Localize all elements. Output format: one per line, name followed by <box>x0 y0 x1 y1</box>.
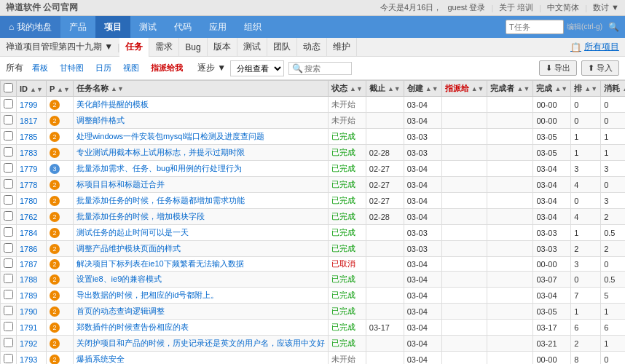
user-login[interactable]: guest 登录 <box>447 2 485 13</box>
row-name[interactable]: 测试任务的起止时间可以是一天 <box>73 225 328 241</box>
subnav-req[interactable]: 需求 <box>149 38 179 57</box>
row-checkbox[interactable] <box>1 209 17 225</box>
row-id[interactable]: 1762 <box>17 209 47 225</box>
row-name[interactable]: 批量添加任务的时候，增加模块字段 <box>73 209 328 225</box>
th-finish[interactable]: 完成 ▲▼ <box>533 81 571 97</box>
brand[interactable]: 禅道软件 公司官网 <box>6 1 78 14</box>
nav-search-input[interactable] <box>506 20 564 34</box>
row-name[interactable]: 美化邮件提醒的模板 <box>73 97 328 113</box>
row-checkbox[interactable] <box>1 352 17 365</box>
tab-calendar[interactable]: 日历 <box>91 61 116 75</box>
th-name[interactable]: 任务名称 ▲▼ <box>73 81 328 97</box>
nav-home[interactable]: ⌂ 我的地盘 <box>0 16 60 38</box>
row-checkbox[interactable] <box>1 257 17 272</box>
row-name[interactable]: 调整产品维护模块页面的样式 <box>73 241 328 257</box>
group-by-select[interactable]: 分组查看 <box>230 60 284 76</box>
row-id[interactable]: 1784 <box>17 225 47 241</box>
tab-gantt[interactable]: 甘特图 <box>55 61 88 75</box>
row-name[interactable]: 首页的动态查询逻辑调整 <box>73 304 328 320</box>
row-name[interactable]: 标项目目标和标题迁合并 <box>73 177 328 193</box>
more-dropdown[interactable]: 数讨 ▼ <box>593 2 619 13</box>
row-id[interactable]: 1785 <box>17 129 47 145</box>
row-name[interactable]: 设置ie8、ie9的兼容模式 <box>73 272 328 288</box>
row-checkbox[interactable] <box>1 225 17 241</box>
row-name[interactable]: 专业测试用截本标上试用标志，并提示过期时限 <box>73 145 328 161</box>
th-finisher[interactable]: 完成者 ▲▼ <box>487 81 533 97</box>
row-id[interactable]: 1799 <box>17 97 47 113</box>
row-checkbox[interactable] <box>1 129 17 145</box>
nav-project[interactable]: 项目 <box>95 16 130 38</box>
row-checkbox[interactable] <box>1 193 17 209</box>
row-checkbox[interactable] <box>1 97 17 113</box>
row-id[interactable]: 1787 <box>17 257 47 272</box>
nav-product[interactable]: 产品 <box>60 16 95 38</box>
row-name[interactable]: 处理windows一件安装包mysql端口检测及进度查问题 <box>73 129 328 145</box>
subnav-maintain[interactable]: 维护 <box>327 38 357 57</box>
export-button[interactable]: ⬇ 导出 <box>539 60 577 76</box>
nav-test[interactable]: 测试 <box>130 16 165 38</box>
row-name[interactable]: 导出数据的时候，把相应的id号都附上。 <box>73 288 328 304</box>
row-checkbox[interactable] <box>1 241 17 257</box>
nav-org[interactable]: 组织 <box>235 16 270 38</box>
row-status: 已完成 <box>328 129 366 145</box>
tab-kanban[interactable]: 看板 <box>28 61 52 75</box>
th-pri[interactable]: P ▲▼ <box>46 81 73 97</box>
row-checkbox[interactable] <box>1 320 17 336</box>
row-id[interactable]: 1793 <box>17 352 47 365</box>
th-assigned[interactable]: 指派给 ▲▼ <box>441 81 487 97</box>
subnav-team[interactable]: 团队 <box>267 38 297 57</box>
row-id[interactable]: 1790 <box>17 304 47 320</box>
about-link[interactable]: 关于 培训 <box>499 2 533 13</box>
th-status[interactable]: 状态 ▲▼ <box>328 81 366 97</box>
row-checkbox[interactable] <box>1 336 17 352</box>
row-id[interactable]: 1788 <box>17 272 47 288</box>
row-checkbox[interactable] <box>1 288 17 304</box>
subnav-version[interactable]: 版本 <box>208 38 237 57</box>
row-checkbox[interactable] <box>1 177 17 193</box>
th-id[interactable]: ID ▲▼ <box>17 81 47 97</box>
tab-assigned[interactable]: 指派给我 <box>146 61 187 75</box>
row-id[interactable]: 1779 <box>17 161 47 177</box>
nav-search-btn[interactable]: 🔍 <box>608 22 619 32</box>
search-input[interactable] <box>304 64 348 73</box>
import-button[interactable]: ⬆ 导入 <box>581 60 619 76</box>
row-name[interactable]: 调整邮件格式 <box>73 113 328 129</box>
row-name[interactable]: 批量添加任务的时候，任务标题都增加需求功能 <box>73 193 328 209</box>
all-projects-label[interactable]: 所有项目 <box>584 41 619 53</box>
select-all-checkbox[interactable] <box>4 83 13 92</box>
row-id[interactable]: 1786 <box>17 241 47 257</box>
row-name[interactable]: 爆插系统安全 <box>73 352 328 365</box>
row-id[interactable]: 1778 <box>17 177 47 193</box>
row-id[interactable]: 1780 <box>17 193 47 209</box>
row-pri: 2 <box>46 257 73 272</box>
row-checkbox[interactable] <box>1 145 17 161</box>
row-checkbox[interactable] <box>1 161 17 177</box>
row-id[interactable]: 1817 <box>17 113 47 129</box>
row-id[interactable]: 1791 <box>17 320 47 336</box>
subnav-dynamic[interactable]: 动态 <box>297 38 327 57</box>
th-checkbox[interactable] <box>1 81 17 97</box>
all-projects[interactable]: 📋所有项目 <box>570 41 619 53</box>
subnav-test[interactable]: 测试 <box>237 38 267 57</box>
th-created[interactable]: 创建 ▲▼ <box>404 81 441 97</box>
row-id[interactable]: 1789 <box>17 288 47 304</box>
row-name[interactable]: 关闭护项目和产品的时候，历史记录还是英文的用户名，应该用中文好 <box>73 336 328 352</box>
row-name[interactable]: 解决项目下标列表在ie10下频繁看无法输入数据 <box>73 257 328 272</box>
nav-code[interactable]: 代码 <box>165 16 200 38</box>
row-checkbox[interactable] <box>1 113 17 129</box>
row-name[interactable]: 批量添加需求、任务、bug和用例的行处理行为 <box>73 161 328 177</box>
search-icon: 🔍 <box>292 63 303 74</box>
lang-select[interactable]: 中文简体 <box>547 2 579 13</box>
subnav-bug[interactable]: Bug <box>179 38 207 57</box>
subnav-task[interactable]: 任务 <box>119 38 149 57</box>
row-id[interactable]: 1792 <box>17 336 47 352</box>
th-deadline[interactable]: 截止 ▲▼ <box>366 81 404 97</box>
th-order[interactable]: 排 ▲▼ <box>571 81 601 97</box>
row-name[interactable]: 郑数插件的时候查告份相应的表 <box>73 320 328 336</box>
row-id[interactable]: 1783 <box>17 145 47 161</box>
row-checkbox[interactable] <box>1 304 17 320</box>
th-consumed[interactable]: 消耗 ▲▼ <box>601 81 625 97</box>
tab-view[interactable]: 视图 <box>119 61 144 75</box>
row-checkbox[interactable] <box>1 272 17 288</box>
nav-app[interactable]: 应用 <box>200 16 235 38</box>
